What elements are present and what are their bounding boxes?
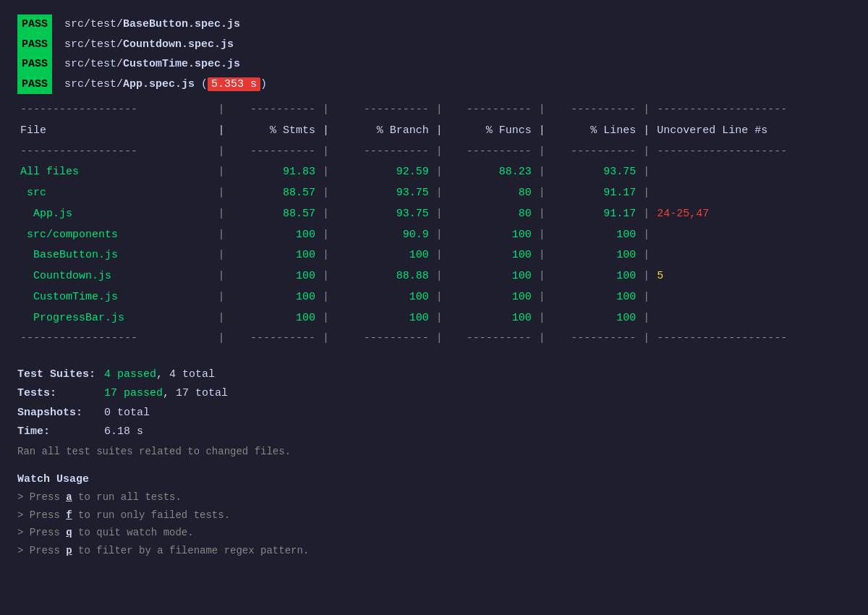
table-row: CustomTime.js | 100 | 100 | 100 | 100 |	[17, 287, 851, 308]
time-label: Time:	[17, 423, 104, 441]
snapshots-label: Snapshots:	[17, 404, 104, 423]
watch-item-q: > Press q to quit watch mode.	[17, 524, 851, 542]
watch-item-f: > Press f to run only failed tests.	[17, 506, 851, 525]
tests-value: 17 passed, 17 total	[104, 384, 228, 403]
pass-file-3: src/test/CustomTime.spec.js	[64, 58, 240, 70]
test-suites-value: 4 passed, 4 total	[104, 365, 215, 384]
watch-item-a: > Press a to run all tests.	[17, 488, 851, 506]
pass-file-4: src/test/App.spec.js (5.353 s)	[64, 77, 267, 91]
summary-time: Time: 6.18 s	[17, 423, 851, 441]
watch-title: Watch Usage	[17, 473, 851, 485]
test-suites-label: Test Suites:	[17, 365, 104, 384]
summary-test-suites: Test Suites: 4 passed, 4 total	[17, 365, 851, 384]
pass-line-3: PASS src/test/CustomTime.spec.js	[17, 54, 851, 75]
pass-badge-2: PASS	[17, 35, 52, 55]
pass-file-2: src/test/Countdown.spec.js	[64, 38, 234, 51]
pass-badge-4: PASS	[17, 75, 52, 95]
pass-badge-1: PASS	[17, 14, 52, 35]
table-header: File | % Stmts | % Branch | % Funcs | % …	[17, 121, 851, 142]
watch-key-p: p	[66, 545, 72, 556]
pass-badge-3: PASS	[17, 54, 52, 75]
snapshots-value: 0 total	[104, 404, 150, 423]
coverage-section: ------------------ | ---------- | ------…	[17, 100, 851, 349]
watch-item-p: > Press p to filter by a filename regex …	[17, 542, 851, 560]
time-value: 6.18 s	[104, 423, 143, 441]
col-header-file: File	[17, 121, 214, 142]
col-header-branch: % Branch	[333, 121, 432, 142]
pass-file-1: src/test/BaseButton.spec.js	[64, 18, 240, 30]
watch-key-f: f	[66, 509, 72, 521]
coverage-table: ------------------ | ---------- | ------…	[17, 100, 851, 349]
watch-section: Watch Usage > Press a to run all tests. …	[17, 473, 851, 559]
divider-top: ------------------ | ---------- | ------…	[17, 100, 851, 121]
col-header-funcs: % Funcs	[447, 121, 535, 142]
watch-key-q: q	[66, 527, 72, 538]
pass-line-4: PASS src/test/App.spec.js (5.353 s)	[17, 75, 851, 95]
pass-line-1: PASS src/test/BaseButton.spec.js	[17, 14, 851, 35]
col-header-stmts: % Stmts	[229, 121, 318, 142]
table-row: BaseButton.js | 100 | 100 | 100 | 100 |	[17, 245, 851, 266]
pass-lines-section: PASS src/test/BaseButton.spec.js PASS sr…	[17, 14, 851, 94]
table-row: Countdown.js | 100 | 88.88 | 100 | 100 |…	[17, 266, 851, 287]
col-header-lines: % Lines	[550, 121, 639, 142]
table-row: App.js | 88.57 | 93.75 | 80 | 91.17 | 24…	[17, 204, 851, 225]
pass-line-2: PASS src/test/Countdown.spec.js	[17, 35, 851, 55]
col-header-uncovered: Uncovered Line #s	[654, 121, 851, 142]
table-row: ProgressBar.js | 100 | 100 | 100 | 100 |	[17, 308, 851, 329]
ran-line: Ran all test suites related to changed f…	[17, 446, 851, 457]
watch-key-a: a	[66, 491, 72, 503]
table-row: All files | 91.83 | 92.59 | 88.23 | 93.7…	[17, 162, 851, 183]
tests-label: Tests:	[17, 384, 104, 403]
summary-snapshots: Snapshots: 0 total	[17, 404, 851, 423]
table-row: src/components | 100 | 90.9 | 100 | 100 …	[17, 225, 851, 246]
summary-section: Test Suites: 4 passed, 4 total Tests: 17…	[17, 365, 851, 457]
summary-tests: Tests: 17 passed, 17 total	[17, 384, 851, 403]
time-badge: 5.353 s	[208, 77, 260, 91]
divider-sub: ------------------ | ---------- | ------…	[17, 142, 851, 163]
table-row: src | 88.57 | 93.75 | 80 | 91.17 |	[17, 183, 851, 204]
divider-bottom: ------------------ | ---------- | ------…	[17, 328, 851, 349]
